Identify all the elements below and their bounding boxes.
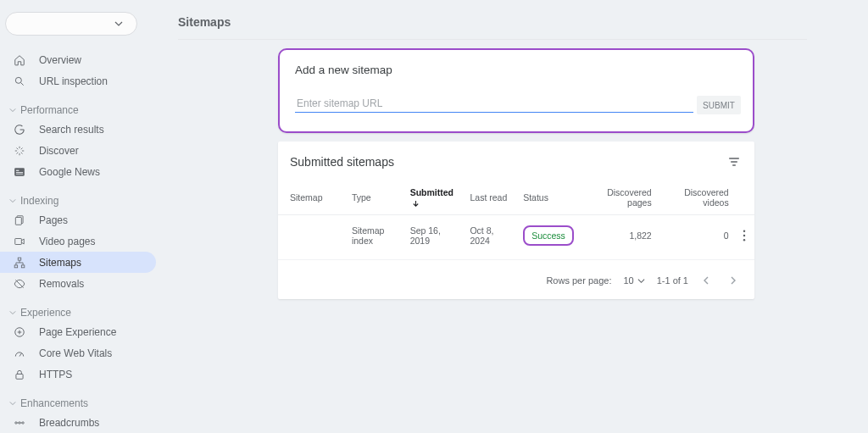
nav-group-label: Enhancements: [20, 397, 88, 409]
sidebar-item-sitemaps[interactable]: Sitemaps: [0, 252, 156, 273]
sidebar-item-discover[interactable]: Discover: [0, 140, 163, 161]
cell-type: Sitemap index: [347, 215, 405, 257]
status-badge: Success: [523, 225, 574, 246]
col-type[interactable]: Type: [347, 180, 405, 215]
col-status[interactable]: Status: [518, 180, 580, 215]
chevron-down-icon: [8, 309, 17, 316]
search-icon: [12, 74, 27, 89]
svg-rect-2: [16, 169, 19, 170]
sidebar-item-breadcrumbs[interactable]: Breadcrumbs: [0, 412, 163, 433]
caret-down-icon: [114, 19, 123, 28]
breadcrumb-icon: [12, 415, 27, 430]
nav-group-indexing[interactable]: Indexing: [0, 192, 163, 209]
col-sitemap[interactable]: Sitemap: [278, 180, 347, 215]
submit-button[interactable]: SUBMIT: [697, 96, 741, 114]
sparkle-icon: [12, 143, 27, 158]
nav-group-label: Indexing: [20, 195, 58, 207]
sidebar-item-label: Video pages: [39, 236, 96, 247]
cell-pages: 1,822: [580, 215, 657, 257]
filter-icon[interactable]: [726, 153, 743, 170]
add-sitemap-card: Add a new sitemap SUBMIT: [278, 48, 754, 133]
pagination-range: 1-1 of 1: [657, 275, 688, 286]
sidebar-item-label: Discover: [39, 145, 79, 157]
sitemap-icon: [12, 255, 27, 270]
svg-point-15: [22, 421, 24, 423]
svg-point-14: [19, 421, 20, 423]
sidebar-item-url-inspection[interactable]: URL inspection: [0, 70, 163, 92]
nav-group-label: Performance: [20, 104, 79, 116]
sidebar-item-overview[interactable]: Overview: [0, 49, 163, 70]
sidebar-item-label: Page Experience: [39, 326, 116, 338]
sidebar-item-https[interactable]: HTTPS: [0, 364, 163, 385]
prev-page-button[interactable]: [700, 274, 714, 287]
sidebar-item-label: Core Web Vitals: [39, 347, 112, 359]
cell-status: Success: [518, 215, 580, 257]
sidebar-item-removals[interactable]: Removals: [0, 273, 163, 294]
sidebar-item-label: Removals: [39, 278, 84, 290]
chevron-down-icon: [8, 400, 17, 407]
svg-point-17: [743, 235, 744, 236]
caret-down-icon: [637, 277, 645, 285]
sidebar-item-search-results[interactable]: Search results: [0, 119, 163, 140]
sitemaps-table: Sitemap Type Submitted Last read Status …: [278, 180, 754, 256]
svg-rect-10: [21, 264, 25, 267]
rows-per-page-select[interactable]: 10: [623, 275, 644, 286]
page-title: Sitemaps: [178, 0, 807, 40]
sidebar-item-label: Breadcrumbs: [39, 417, 99, 429]
chevron-down-icon: [8, 107, 17, 114]
sidebar-item-label: Pages: [39, 214, 68, 226]
nav-group-enhancements[interactable]: Enhancements: [0, 395, 163, 412]
svg-rect-7: [15, 238, 22, 244]
sidebar-item-label: Sitemaps: [39, 257, 81, 269]
svg-point-18: [743, 239, 744, 241]
rows-per-page-label: Rows per page:: [546, 275, 611, 286]
nav-group-label: Experience: [20, 307, 71, 319]
sidebar-item-label: Search results: [39, 124, 104, 136]
svg-rect-8: [18, 258, 21, 260]
video-icon: [12, 234, 27, 249]
sidebar-item-label: Overview: [39, 54, 81, 66]
nav-group-experience[interactable]: Experience: [0, 304, 163, 321]
svg-point-13: [15, 421, 17, 423]
table-row[interactable]: Sitemap index Sep 16, 2019 Oct 8, 2024 S…: [278, 215, 754, 257]
row-more-icon[interactable]: [734, 215, 754, 257]
submitted-sitemaps-card: Submitted sitemaps Sitemap Type Submitte…: [278, 142, 754, 299]
sidebar-item-page-experience[interactable]: Page Experience: [0, 321, 163, 342]
svg-rect-6: [15, 217, 21, 225]
svg-point-16: [743, 230, 744, 232]
svg-rect-9: [14, 264, 18, 267]
svg-rect-3: [16, 172, 23, 173]
col-lastread[interactable]: Last read: [465, 180, 518, 215]
cell-videos: 0: [657, 215, 734, 257]
news-icon: [12, 164, 27, 180]
sitemap-url-input[interactable]: [295, 95, 693, 113]
sidebar-item-pages[interactable]: Pages: [0, 209, 163, 230]
arrow-down-icon: [412, 200, 420, 208]
sidebar-item-core-web-vitals[interactable]: Core Web Vitals: [0, 342, 163, 364]
col-submitted[interactable]: Submitted: [405, 180, 465, 215]
home-icon: [12, 53, 27, 68]
pages-icon: [12, 213, 27, 228]
lock-icon: [12, 367, 27, 382]
cell-sitemap: [278, 215, 347, 257]
main-content: Sitemaps Add a new sitemap SUBMIT Submit…: [178, 0, 868, 433]
svg-rect-4: [16, 173, 23, 174]
removals-icon: [12, 276, 27, 291]
pagination: Rows per page: 10 1-1 of 1: [278, 259, 754, 299]
gauge-icon: [12, 346, 27, 361]
submitted-sitemaps-heading: Submitted sitemaps: [290, 155, 726, 169]
sidebar-item-label: URL inspection: [39, 75, 108, 87]
nav-group-performance[interactable]: Performance: [0, 102, 163, 119]
chevron-down-icon: [8, 197, 17, 204]
sidebar: OverviewURL inspectionPerformanceSearch …: [0, 0, 163, 433]
g-icon: [12, 122, 27, 137]
sidebar-item-video-pages[interactable]: Video pages: [0, 230, 163, 252]
col-videos[interactable]: Discovered videos: [657, 180, 734, 215]
plus-circle-icon: [12, 325, 27, 340]
svg-point-0: [15, 77, 21, 83]
next-page-button[interactable]: [726, 274, 739, 287]
col-pages[interactable]: Discovered pages: [580, 180, 657, 215]
sidebar-item-label: Google News: [39, 166, 100, 178]
property-selector-dropdown[interactable]: [5, 12, 137, 36]
sidebar-item-google-news[interactable]: Google News: [0, 161, 163, 182]
